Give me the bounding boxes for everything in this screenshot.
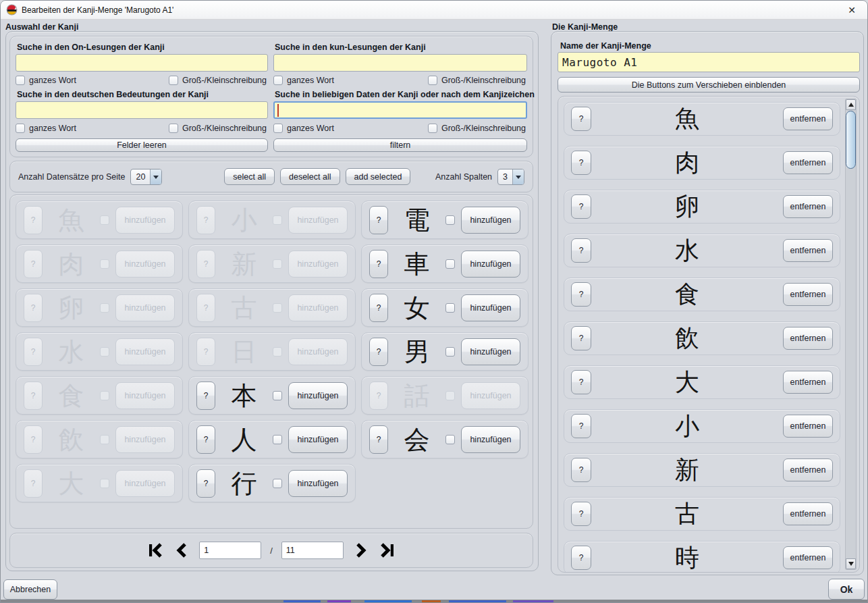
previous-page-button[interactable] xyxy=(173,542,190,559)
kanji-info-button[interactable]: ? xyxy=(196,382,215,410)
checkbox-icon[interactable] xyxy=(273,76,283,85)
kanji-info-button[interactable]: ? xyxy=(571,546,591,570)
add-selected-button[interactable]: add selected xyxy=(346,168,411,185)
kanji-select-checkbox[interactable] xyxy=(273,391,282,400)
on-readings-input[interactable] xyxy=(16,54,268,72)
cancel-button[interactable]: Abbrechen xyxy=(3,579,57,600)
add-kanji-button[interactable]: hinzufügen xyxy=(461,426,520,453)
remove-kanji-button[interactable]: entfernen xyxy=(783,371,833,394)
kanji-info-button[interactable]: ? xyxy=(369,250,388,278)
clear-fields-button[interactable]: Felder leeren xyxy=(16,138,268,152)
remove-kanji-button[interactable]: entfernen xyxy=(783,151,833,174)
current-page-input[interactable] xyxy=(199,542,261,559)
kanji-info-button[interactable]: ? xyxy=(571,458,591,482)
remove-kanji-button[interactable]: entfernen xyxy=(783,502,833,525)
add-kanji-button[interactable]: hinzufügen xyxy=(288,382,348,409)
columns-select[interactable]: 3 xyxy=(497,169,524,185)
kanji-info-button: ? xyxy=(24,250,43,278)
kanji-info-button[interactable]: ? xyxy=(571,151,591,175)
add-kanji-button[interactable]: hinzufügen xyxy=(461,338,520,365)
kanji-info-button[interactable]: ? xyxy=(369,294,388,322)
add-kanji-button: hinzufügen xyxy=(288,338,348,365)
close-icon[interactable]: ✕ xyxy=(845,3,859,17)
first-page-button[interactable] xyxy=(146,542,164,559)
checkbox-icon[interactable] xyxy=(169,124,178,133)
add-kanji-button: hinzufügen xyxy=(288,251,348,278)
remove-kanji-button[interactable]: entfernen xyxy=(783,239,833,262)
kanji-glyph: 食 xyxy=(597,282,778,307)
checkbox-icon[interactable] xyxy=(273,124,283,133)
ok-button[interactable]: Ok xyxy=(828,579,865,600)
scrollbar-track[interactable] xyxy=(845,99,857,570)
remove-kanji-button[interactable]: entfernen xyxy=(783,107,833,130)
total-pages-input[interactable] xyxy=(281,542,344,559)
kanji-glyph: 話 xyxy=(394,383,439,409)
remove-kanji-button[interactable]: entfernen xyxy=(783,283,833,306)
kanji-info-button[interactable]: ? xyxy=(571,502,591,526)
remove-kanji-button[interactable]: entfernen xyxy=(783,458,833,481)
select-all-button[interactable]: select all xyxy=(224,168,275,185)
checkbox-icon[interactable] xyxy=(16,124,25,133)
kanji-info-button[interactable]: ? xyxy=(196,425,215,454)
kanji-select-checkbox[interactable] xyxy=(445,259,455,269)
kanji-info-button[interactable]: ? xyxy=(369,425,388,454)
kanji-info-button[interactable]: ? xyxy=(571,370,591,394)
kanji-select-checkbox[interactable] xyxy=(445,347,455,357)
kanji-info-button[interactable]: ? xyxy=(571,282,591,307)
checkbox-icon[interactable] xyxy=(169,76,178,85)
any-data-input[interactable] xyxy=(273,101,527,119)
kun-readings-input[interactable] xyxy=(273,54,527,72)
whole-word-option[interactable]: ganzes Wort xyxy=(16,76,76,85)
add-kanji-button[interactable]: hinzufügen xyxy=(461,294,520,321)
filter-button[interactable]: filtern xyxy=(273,138,527,152)
add-kanji-button[interactable]: hinzufügen xyxy=(461,251,520,278)
checkbox-icon[interactable] xyxy=(428,76,437,85)
remove-kanji-button[interactable]: entfernen xyxy=(783,195,833,218)
case-sensitive-option[interactable]: Groß-/Kleinschreibung xyxy=(428,76,526,85)
remove-kanji-button[interactable]: entfernen xyxy=(783,327,833,350)
kanji-info-button[interactable]: ? xyxy=(571,107,591,131)
kanji-info-button[interactable]: ? xyxy=(571,326,591,350)
window-title: Bearbeiten der Kanji-Menge 'Marugoto A1' xyxy=(22,5,173,15)
next-page-button[interactable] xyxy=(352,542,370,559)
any-data-label: Suche in beliebigen Daten der Kanji oder… xyxy=(275,90,526,99)
kanji-glyph: 食 xyxy=(49,383,94,409)
scrollbar-thumb[interactable] xyxy=(846,111,856,169)
page-size-select[interactable]: 20 xyxy=(130,169,162,185)
kanji-info-button[interactable]: ? xyxy=(571,238,591,263)
checkbox-icon[interactable] xyxy=(16,76,25,85)
kanji-select-checkbox[interactable] xyxy=(273,435,282,444)
any-data-options: ganzes Wort Groß-/Kleinschreibung xyxy=(273,122,526,133)
background-window-strip xyxy=(0,600,868,603)
case-sensitive-option[interactable]: Groß-/Kleinschreibung xyxy=(169,76,267,85)
case-sensitive-option[interactable]: Groß-/Kleinschreibung xyxy=(428,124,526,133)
set-name-input[interactable] xyxy=(558,52,860,72)
whole-word-option[interactable]: ganzes Wort xyxy=(273,76,334,85)
scroll-up-icon[interactable] xyxy=(846,99,856,110)
kanji-info-button[interactable]: ? xyxy=(196,469,215,498)
kanji-glyph: 肉 xyxy=(49,251,94,277)
whole-word-option[interactable]: ganzes Wort xyxy=(16,124,76,133)
remove-kanji-button[interactable]: entfernen xyxy=(783,546,833,569)
kanji-info-button[interactable]: ? xyxy=(571,194,591,219)
kanji-select-checkbox[interactable] xyxy=(445,435,455,444)
german-meanings-input[interactable] xyxy=(16,101,268,119)
whole-word-option[interactable]: ganzes Wort xyxy=(273,124,334,133)
kanji-set-row: ?魚entfernen xyxy=(564,102,840,136)
add-kanji-button[interactable]: hinzufügen xyxy=(288,426,348,453)
add-kanji-button[interactable]: hinzufügen xyxy=(461,207,520,234)
kanji-select-checkbox[interactable] xyxy=(273,479,282,488)
case-sensitive-option[interactable]: Groß-/Kleinschreibung xyxy=(169,124,267,133)
kanji-select-checkbox[interactable] xyxy=(445,303,455,313)
kanji-info-button[interactable]: ? xyxy=(571,414,591,438)
deselect-all-button[interactable]: deselect all xyxy=(280,168,340,185)
add-kanji-button[interactable]: hinzufügen xyxy=(288,470,348,497)
remove-kanji-button[interactable]: entfernen xyxy=(783,415,833,438)
kanji-info-button[interactable]: ? xyxy=(369,206,388,234)
kanji-select-checkbox[interactable] xyxy=(445,215,455,225)
scroll-down-icon[interactable] xyxy=(846,558,856,569)
last-page-button[interactable] xyxy=(379,542,396,559)
show-move-buttons-button[interactable]: Die Buttons zum Verschieben einblenden xyxy=(558,77,860,93)
kanji-info-button[interactable]: ? xyxy=(369,338,388,366)
checkbox-icon[interactable] xyxy=(428,124,437,133)
